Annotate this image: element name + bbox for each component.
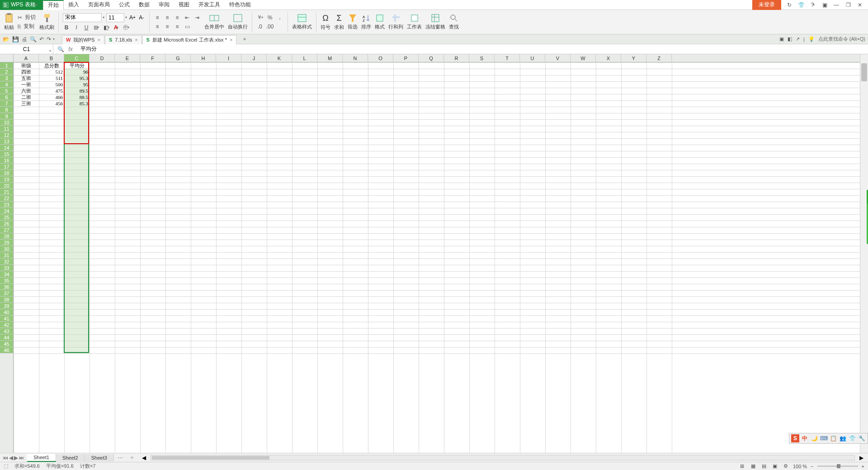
open-icon[interactable]: 📂 xyxy=(3,36,9,42)
sheet-more-icon[interactable]: ⋯ xyxy=(114,455,127,461)
row-header-35[interactable]: 35 xyxy=(0,277,13,284)
cell-B7[interactable]: 456 xyxy=(39,100,64,107)
sheet-first-icon[interactable]: ⏮ xyxy=(3,455,8,461)
font-name-select[interactable] xyxy=(63,13,102,22)
cell-A6[interactable]: 二班 xyxy=(14,94,39,100)
vertical-scrollbar[interactable] xyxy=(860,54,868,453)
cell-C4[interactable]: 95 xyxy=(64,81,90,88)
ime-icon-2[interactable]: 🌙 xyxy=(810,434,818,442)
print-preview-icon[interactable]: 🔍 xyxy=(30,36,37,42)
currency-icon[interactable]: ￥▾ xyxy=(256,14,264,21)
name-box[interactable]: C1▾ xyxy=(0,44,53,54)
col-header-U[interactable]: U xyxy=(520,54,545,62)
record-icon[interactable]: ⬚ xyxy=(4,463,8,469)
view-break-icon[interactable]: ▤ xyxy=(760,463,768,470)
sheet-next-icon[interactable]: ▶ xyxy=(14,455,18,461)
row-header-24[interactable]: 24 xyxy=(0,208,13,214)
row-headers[interactable]: 1234567891011121314151617181920212223242… xyxy=(0,62,14,453)
col-header-M[interactable]: M xyxy=(317,54,343,62)
row-header-33[interactable]: 33 xyxy=(0,265,13,271)
formula-input[interactable]: 平均分 xyxy=(78,45,868,53)
menu-tab-0[interactable]: 开始 xyxy=(43,0,64,10)
row-header-26[interactable]: 26 xyxy=(0,221,13,227)
cell-C2[interactable]: 96 xyxy=(64,69,90,75)
row-header-41[interactable]: 41 xyxy=(0,315,13,322)
row-header-43[interactable]: 43 xyxy=(0,328,13,334)
row-header-13[interactable]: 13 xyxy=(0,138,13,145)
menu-tab-7[interactable]: 开发工具 xyxy=(194,0,225,10)
sum-button[interactable]: Σ求和 xyxy=(334,14,344,31)
col-header-C[interactable]: C xyxy=(64,54,90,62)
fx-search-icon[interactable]: 🔍 xyxy=(57,46,64,53)
row-header-19[interactable]: 19 xyxy=(0,176,13,183)
phonetic-button[interactable]: ㊥▾ xyxy=(123,24,130,31)
col-header-K[interactable]: K xyxy=(267,54,292,62)
row-header-15[interactable]: 15 xyxy=(0,151,13,157)
row-header-11[interactable]: 11 xyxy=(0,126,13,132)
row-header-1[interactable]: 1 xyxy=(0,62,13,69)
select-all-corner[interactable] xyxy=(0,54,14,62)
border-button[interactable]: ⊞▾ xyxy=(93,24,100,31)
cell-C1[interactable]: 平均分 xyxy=(64,62,90,69)
col-header-P[interactable]: P xyxy=(393,54,419,62)
table-style-button[interactable]: 表格样式 xyxy=(292,14,312,30)
cell-A7[interactable]: 三班 xyxy=(14,100,39,107)
worksheet-button[interactable]: 工作表 xyxy=(407,14,422,30)
new-tab-button[interactable]: ＋ xyxy=(242,35,247,43)
qat-more-icon[interactable]: ▾ xyxy=(53,37,55,41)
row-header-9[interactable]: 9 xyxy=(0,113,13,119)
row-header-4[interactable]: 4 xyxy=(0,81,13,88)
app-badge[interactable]: S WPS 表格 ▼ xyxy=(0,0,43,10)
close-icon[interactable]: × xyxy=(230,37,232,42)
cut-button[interactable]: ✂ 剪切 xyxy=(18,14,36,21)
row-header-36[interactable]: 36 xyxy=(0,284,13,290)
bold-button[interactable]: B xyxy=(63,24,70,31)
row-header-25[interactable]: 25 xyxy=(0,214,13,221)
format-button[interactable]: 格式 xyxy=(375,14,385,30)
col-header-T[interactable]: T xyxy=(495,54,520,62)
fill-color-button[interactable]: ◧▾ xyxy=(103,24,110,31)
row-header-6[interactable]: 6 xyxy=(0,94,13,100)
row-header-18[interactable]: 18 xyxy=(0,170,13,176)
cell-A4[interactable]: 一班 xyxy=(14,81,39,88)
sync-icon[interactable]: ↻ xyxy=(786,1,793,9)
ribbon-toggle-icon[interactable]: ▣ xyxy=(821,1,828,9)
row-header-28[interactable]: 28 xyxy=(0,233,13,240)
col-header-D[interactable]: D xyxy=(90,54,115,62)
ime-icon-3[interactable]: ⌨ xyxy=(820,434,828,442)
cell-C6[interactable]: 88.5 xyxy=(64,94,90,100)
ime-icon-1[interactable]: 中 xyxy=(801,434,809,442)
indent-inc-icon[interactable]: ⇥ xyxy=(193,14,201,21)
align-left-icon[interactable]: ≡ xyxy=(154,23,161,30)
col-header-Q[interactable]: Q xyxy=(419,54,444,62)
font-color-button[interactable]: A▾ xyxy=(113,24,120,31)
cell-A3[interactable]: 五班 xyxy=(14,75,39,81)
sheet-tab-Sheet1[interactable]: Sheet1 xyxy=(27,454,56,462)
row-header-8[interactable]: 8 xyxy=(0,107,13,113)
rowcol-button[interactable]: 行和列 xyxy=(388,14,403,30)
cell-C3[interactable]: 95.3 xyxy=(64,75,90,81)
comma-icon[interactable]: ， xyxy=(276,14,283,21)
wrap-text-button[interactable]: 自动换行 xyxy=(228,14,248,30)
cell-B3[interactable]: 511 xyxy=(39,75,64,81)
cell-B4[interactable]: 500 xyxy=(39,81,64,88)
sheet-last-icon[interactable]: ⏭ xyxy=(19,455,24,461)
row-header-32[interactable]: 32 xyxy=(0,258,13,265)
increase-font-icon[interactable]: A+ xyxy=(129,14,136,21)
row-header-16[interactable]: 16 xyxy=(0,157,13,164)
col-header-J[interactable]: J xyxy=(241,54,267,62)
sheet-tab-Sheet3[interactable]: Sheet3 xyxy=(85,454,114,461)
copy-button[interactable]: ⎘ 复制 xyxy=(18,23,36,30)
symbol-button[interactable]: Ω符号 xyxy=(321,14,330,31)
view-normal-icon[interactable]: ⊞ xyxy=(739,463,746,470)
col-header-E[interactable]: E xyxy=(115,54,140,62)
freeze-button[interactable]: 冻结窗格 xyxy=(425,14,445,30)
row-header-31[interactable]: 31 xyxy=(0,252,13,258)
row-header-45[interactable]: 45 xyxy=(0,341,13,347)
doc-tab-2[interactable]: S新建 Microsoft Excel 工作表.xlsx *× xyxy=(142,35,237,44)
row-header-34[interactable]: 34 xyxy=(0,271,13,277)
mode3-icon[interactable]: ↗ xyxy=(796,36,800,42)
font-size-select[interactable] xyxy=(106,13,124,22)
sheet-tab-Sheet2[interactable]: Sheet2 xyxy=(56,454,85,461)
view-read-icon[interactable]: ▣ xyxy=(771,463,778,470)
